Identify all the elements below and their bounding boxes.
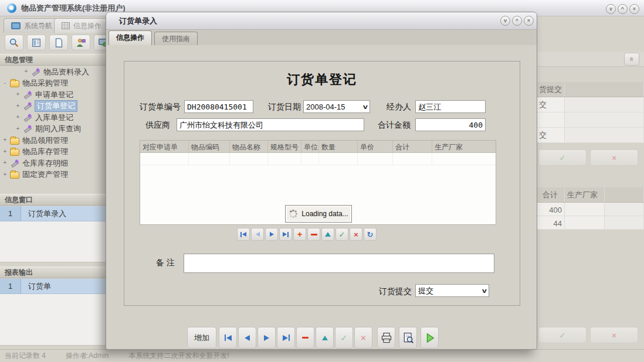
- app-logo-icon: [7, 4, 16, 13]
- supplier-input[interactable]: 广州市怡文科技有限公司: [177, 118, 364, 131]
- grid-refresh-button[interactable]: ↻: [364, 228, 377, 241]
- add-button[interactable]: 增加: [187, 327, 216, 349]
- order-no-input[interactable]: DH20080415001: [184, 100, 253, 113]
- dialog-titlebar[interactable]: 订货单录入: [106, 12, 537, 30]
- grid-next-button[interactable]: [265, 228, 278, 241]
- empty-grid-row: [140, 153, 496, 165]
- maximize-button[interactable]: ^: [618, 4, 628, 14]
- document-button[interactable]: [49, 35, 68, 50]
- list-item-order-report[interactable]: 1 订货单: [0, 279, 106, 294]
- submit-select[interactable]: 提交 v: [415, 284, 489, 297]
- last-record-button[interactable]: [277, 327, 295, 349]
- nav-tree: + 物品资料录入 - 物品采购管理 + 申请单登记 + 订货单登记 + 入库单登…: [0, 66, 106, 180]
- folder-icon: [10, 80, 19, 87]
- tab-info-ops[interactable]: 信息操作: [54, 18, 109, 33]
- tab-system-nav[interactable]: 系统导航: [4, 18, 60, 33]
- handler-input[interactable]: 赵三江: [415, 100, 486, 113]
- col-item-code: 物品编码: [189, 141, 230, 152]
- list-item-index: 1: [0, 206, 21, 221]
- check-icon: ✓: [560, 153, 566, 162]
- bg-row-cell: [565, 112, 644, 127]
- tree-item-label: 申请单登记: [35, 90, 73, 100]
- card-view-button[interactable]: [27, 35, 46, 50]
- user-button[interactable]: [72, 35, 90, 50]
- dialog-close-button[interactable]: ×: [524, 16, 534, 26]
- dialog-tab-guide[interactable]: 使用指南: [154, 32, 198, 45]
- tree-folder-inventory-mgmt[interactable]: + 物品库存管理: [0, 146, 106, 158]
- collapse-panel-button[interactable]: «: [624, 53, 639, 66]
- expander-icon[interactable]: +: [2, 172, 8, 177]
- expander-icon[interactable]: +: [23, 69, 29, 74]
- bg-row-cell: [537, 112, 565, 127]
- order-entry-dialog: 订货单录入 v ^ × 信息操作 使用指南 订货单登记 订货单编号 DH2008…: [106, 12, 537, 350]
- expander-icon[interactable]: +: [15, 104, 21, 109]
- section-info-management: 信息管理: [0, 54, 106, 66]
- col-qty: 数量: [319, 141, 358, 152]
- chevron-down-icon: v: [363, 102, 368, 112]
- grid-delete-button[interactable]: [307, 228, 320, 241]
- tree-item-label: 物品资料录入: [43, 67, 89, 77]
- tree-item-request-registration[interactable]: + 申请单登记: [0, 89, 106, 101]
- minimize-button[interactable]: v: [606, 4, 616, 14]
- expander-icon[interactable]: +: [15, 92, 21, 97]
- remark-input[interactable]: [184, 254, 494, 273]
- grid-post-button[interactable]: ✓: [335, 228, 348, 241]
- expander-icon[interactable]: +: [2, 149, 8, 155]
- delete-record-button[interactable]: [296, 327, 314, 349]
- first-record-button[interactable]: [219, 327, 237, 349]
- cancel-record-button[interactable]: ×: [354, 327, 372, 349]
- expander-icon[interactable]: +: [15, 127, 21, 132]
- tree-folder-purchase-mgmt[interactable]: - 物品采购管理: [0, 78, 106, 90]
- tree-item-warehouse-detail[interactable]: + 仓库库存明细: [0, 158, 106, 169]
- grid-edit-button[interactable]: [321, 228, 334, 241]
- expander-icon[interactable]: +: [15, 115, 21, 120]
- spinner-icon: [289, 209, 298, 218]
- detail-grid[interactable]: 对应申请单 物品编码 物品名称 规格型号 单位 数量 单价 合计 生产厂家: [140, 140, 496, 225]
- grid-last-button[interactable]: [279, 228, 292, 241]
- report-output-list: 1 订货单: [0, 279, 106, 346]
- bg-ok-button-2[interactable]: ✓: [538, 327, 587, 343]
- print-preview-button[interactable]: [399, 327, 417, 349]
- tree-item-label: 物品库存管理: [22, 146, 68, 157]
- prev-record-button[interactable]: [238, 327, 256, 349]
- bg-col-total: 合计: [537, 187, 565, 202]
- edit-record-button[interactable]: [316, 327, 334, 349]
- tool-icon: [23, 102, 32, 110]
- close-button[interactable]: ×: [629, 4, 639, 14]
- grid-prev-button[interactable]: [251, 228, 264, 241]
- bg-grid-submit: 货提交 交 交: [537, 82, 644, 143]
- list-item-order-entry[interactable]: 1 订货单录入: [0, 206, 106, 221]
- tree-folder-requisition-mgmt[interactable]: + 物品领用管理: [0, 135, 106, 146]
- tree-item-inbound-registration[interactable]: + 入库单登记: [0, 112, 106, 124]
- bg-ok-button[interactable]: ✓: [538, 149, 587, 166]
- tree-item-period-inbound-query[interactable]: + 期间入库查询: [0, 124, 106, 135]
- dialog-minimize-button[interactable]: v: [500, 16, 510, 26]
- col-unit: 单位: [301, 141, 319, 152]
- search-button[interactable]: [5, 35, 23, 50]
- grid-first-button[interactable]: [237, 228, 250, 241]
- grid-cancel-button[interactable]: ×: [350, 228, 362, 241]
- expander-icon[interactable]: +: [2, 160, 8, 166]
- next-record-button[interactable]: [257, 327, 276, 349]
- status-message: 本系统支持二次开发和全新开发!: [128, 351, 229, 361]
- bg-cancel-button-2[interactable]: ×: [590, 327, 638, 343]
- total-input[interactable]: 400: [415, 118, 486, 131]
- tool-icon: [23, 91, 32, 99]
- post-record-button[interactable]: ✓: [335, 327, 353, 349]
- tree-folder-fixed-assets[interactable]: + 固定资产管理: [0, 169, 106, 181]
- grid-insert-button[interactable]: +: [293, 228, 306, 241]
- tree-item-item-data-entry[interactable]: + 物品资料录入: [0, 66, 106, 78]
- dialog-maximize-button[interactable]: ^: [512, 16, 522, 26]
- expander-icon[interactable]: +: [2, 138, 8, 143]
- run-button[interactable]: [421, 327, 439, 349]
- expander-icon[interactable]: -: [2, 81, 8, 86]
- tree-item-order-registration[interactable]: + 订货单登记: [0, 101, 106, 112]
- bg-cancel-button[interactable]: ×: [590, 149, 638, 166]
- remark-label: 备 注: [156, 258, 175, 268]
- dialog-tab-info-ops[interactable]: 信息操作: [109, 30, 152, 45]
- bg-grid-totals: 合计 生产厂家 400 44: [537, 187, 644, 230]
- order-date-select[interactable]: 2008-04-15 v: [303, 100, 370, 113]
- handler-label: 经办人: [387, 102, 411, 112]
- dialog-title: 订货单录入: [119, 16, 157, 26]
- print-button[interactable]: [377, 327, 395, 349]
